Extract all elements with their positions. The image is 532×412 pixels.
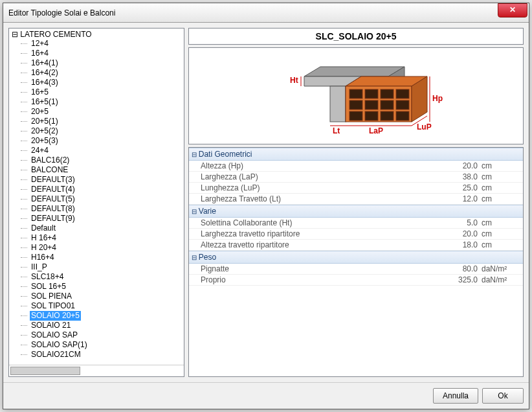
property-row[interactable]: Solettina Collaborante (Ht)5.0cm: [189, 218, 523, 229]
svg-rect-15: [396, 100, 409, 109]
tree-panel: LATERO CEMENTO 12+416+416+4(1)16+4(2)16+…: [8, 28, 184, 377]
tree-scroll[interactable]: LATERO CEMENTO 12+416+416+4(1)16+4(2)16+…: [9, 29, 184, 365]
tree-item[interactable]: 20+5(2): [30, 126, 183, 136]
property-unit: cm: [482, 240, 520, 249]
tree-item[interactable]: 16+4(2): [30, 68, 183, 78]
property-row[interactable]: Lunghezza (LuP)25.0cm: [189, 183, 523, 194]
scroll-thumb[interactable]: [10, 367, 80, 375]
tree-root-label[interactable]: LATERO CEMENTO: [12, 30, 92, 39]
tree-item[interactable]: 16+5(1): [30, 97, 183, 107]
editor-window: Editor Tipologie Solai e Balconi ✕ LATER…: [3, 3, 529, 409]
cancel-button[interactable]: Annulla: [433, 388, 478, 404]
svg-rect-10: [381, 89, 393, 98]
tree-item[interactable]: 20+5(3): [30, 136, 183, 146]
tree-item[interactable]: BALCONE: [30, 165, 183, 175]
label-lup: LuP: [417, 122, 432, 132]
diagram-box: Ht Hp LuP Lt LaP: [188, 47, 524, 144]
tree-item[interactable]: SOL 16+5: [30, 282, 183, 292]
tree-item[interactable]: 20+5(1): [30, 117, 183, 126]
tree-item[interactable]: 16+4: [30, 49, 183, 58]
property-unit: cm: [482, 218, 520, 227]
property-label: Altezza travetto ripartitore: [201, 240, 443, 249]
property-row[interactable]: Proprio325.0daN/m²: [189, 275, 523, 286]
tree-item[interactable]: 16+4(3): [30, 78, 183, 87]
tree-item[interactable]: H 16+4: [30, 233, 183, 243]
tree-item[interactable]: 16+5: [30, 87, 183, 97]
svg-marker-0: [304, 67, 405, 76]
svg-rect-8: [349, 89, 362, 98]
tree-item[interactable]: SOLAIO SAP: [30, 330, 183, 340]
property-value[interactable]: 38.0: [443, 172, 482, 181]
section-header[interactable]: Peso: [189, 251, 523, 264]
property-row[interactable]: Altezza (Hp)20.0cm: [189, 161, 523, 172]
property-row[interactable]: Larghezza (LaP)38.0cm: [189, 172, 523, 183]
property-value[interactable]: 5.0: [443, 218, 482, 227]
property-label: Pignatte: [201, 264, 443, 273]
tree-item[interactable]: DEFAULT(4): [30, 185, 183, 194]
tree-root[interactable]: LATERO CEMENTO 12+416+416+4(1)16+4(2)16+…: [10, 30, 183, 360]
section-header[interactable]: Dati Geometrici: [189, 148, 523, 161]
tree-children: 12+416+416+4(1)16+4(2)16+4(3)16+516+5(1)…: [12, 39, 183, 360]
svg-rect-13: [365, 100, 378, 109]
property-row[interactable]: Pignatte80.0daN/m²: [189, 264, 523, 275]
properties-grid: Dati GeometriciAltezza (Hp)20.0cmLarghez…: [188, 147, 524, 377]
tree-item[interactable]: SOLAIO 21: [30, 321, 183, 330]
property-unit: daN/m²: [482, 264, 520, 273]
tree-item[interactable]: DEFAULT(5): [30, 194, 183, 204]
tree-item[interactable]: 24+4: [30, 146, 183, 155]
tree-item[interactable]: SLC18+4: [30, 272, 183, 282]
property-label: Altezza (Hp): [201, 161, 443, 170]
tree-item[interactable]: DEFAULT(3): [30, 175, 183, 185]
tree-item[interactable]: DEFAULT(8): [30, 204, 183, 214]
property-label: Larghezza (LaP): [201, 172, 443, 181]
tree-item[interactable]: SOL PIENA: [30, 292, 183, 301]
button-bar: Annulla Ok: [3, 382, 529, 409]
titlebar: Editor Tipologie Solai e Balconi ✕: [3, 3, 529, 23]
window-title: Editor Tipologie Solai e Balconi: [8, 8, 498, 17]
tree-item[interactable]: 20+5: [30, 107, 183, 117]
right-panel: SLC_SOLAIO 20+5: [188, 28, 524, 377]
property-label: Lunghezza (LuP): [201, 183, 443, 192]
slab-diagram: Ht Hp LuP Lt LaP: [265, 51, 447, 141]
property-value[interactable]: 80.0: [443, 264, 482, 273]
property-row[interactable]: Larghezza travetto ripartitore20.0cm: [189, 229, 523, 240]
tree-item[interactable]: BALC16(2): [30, 155, 183, 165]
svg-rect-18: [381, 111, 393, 120]
property-value[interactable]: 20.0: [443, 161, 482, 170]
detail-header: SLC_SOLAIO 20+5: [188, 28, 524, 45]
tree-item[interactable]: 12+4: [30, 39, 183, 49]
property-value[interactable]: 18.0: [443, 240, 482, 249]
label-lap: LaP: [369, 126, 383, 135]
property-unit: cm: [482, 229, 520, 238]
property-value[interactable]: 325.0: [443, 275, 482, 284]
close-button[interactable]: ✕: [498, 3, 527, 17]
property-value[interactable]: 12.0: [443, 194, 482, 203]
label-ht: Ht: [290, 76, 298, 85]
svg-rect-12: [349, 100, 362, 109]
property-unit: cm: [482, 161, 520, 170]
label-lt: Lt: [333, 126, 340, 135]
property-value[interactable]: 25.0: [443, 183, 482, 192]
tree-item[interactable]: H16+4: [30, 253, 183, 262]
property-label: Solettina Collaborante (Ht): [201, 218, 443, 227]
close-icon: ✕: [509, 5, 516, 14]
tree-item[interactable]: SOLAIO 20+5: [30, 311, 81, 321]
tree-item[interactable]: 16+4(1): [30, 58, 183, 68]
svg-rect-11: [396, 89, 409, 98]
svg-rect-16: [349, 111, 362, 120]
detail-title: SLC_SOLAIO 20+5: [192, 31, 520, 41]
property-row[interactable]: Larghezza Travetto (Lt)12.0cm: [189, 194, 523, 205]
tree-item[interactable]: H 20+4: [30, 243, 183, 253]
tree-hscrollbar[interactable]: [9, 365, 184, 376]
svg-rect-9: [365, 89, 378, 98]
tree-item[interactable]: SOL TIPO01: [30, 301, 183, 311]
section-header[interactable]: Varie: [189, 205, 523, 218]
ok-button[interactable]: Ok: [482, 388, 524, 404]
tree-item[interactable]: SOLAIO21CM: [30, 350, 183, 360]
tree-item[interactable]: III_P: [30, 262, 183, 272]
tree-item[interactable]: DEFAULT(9): [30, 214, 183, 223]
property-row[interactable]: Altezza travetto ripartitore18.0cm: [189, 240, 523, 251]
property-value[interactable]: 20.0: [443, 229, 482, 238]
tree-item[interactable]: Default: [30, 223, 183, 233]
tree-item[interactable]: SOLAIO SAP(1): [30, 340, 183, 350]
